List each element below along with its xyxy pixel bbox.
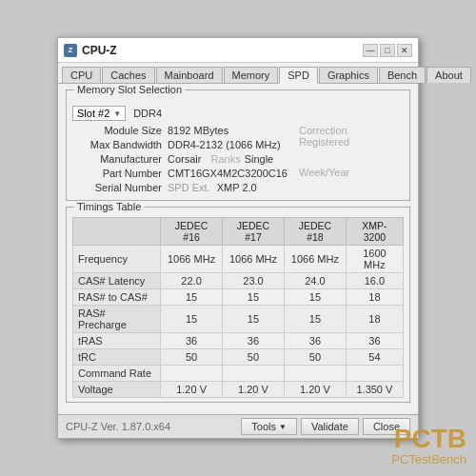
minimize-button[interactable]: — — [363, 44, 378, 57]
timing-value — [223, 366, 285, 382]
tab-caches[interactable]: Caches — [102, 67, 154, 83]
col-header-jedec17: JEDEC #17 — [223, 218, 285, 246]
module-size-row: Module Size 8192 MBytes — [72, 125, 289, 136]
spd-ext-label: SPD Ext. — [168, 182, 210, 193]
timing-value: 50 — [284, 349, 346, 366]
tab-graphics[interactable]: Graphics — [319, 67, 378, 83]
part-number-label: Part Number — [72, 168, 168, 179]
timing-label: tRAS — [73, 333, 161, 349]
validate-button[interactable]: Validate — [301, 418, 359, 435]
timings-header-row: JEDEC #16 JEDEC #17 JEDEC #18 XMP-3200 — [73, 218, 404, 246]
timing-value: 36 — [223, 333, 285, 349]
manufacturer-row: Manufacturer Corsair Ranks Single — [72, 153, 289, 165]
timing-value: 22.0 — [161, 273, 223, 289]
serial-number-row: Serial Number SPD Ext. XMP 2.0 — [72, 182, 289, 193]
timing-value: 15 — [223, 289, 285, 306]
timing-label: RAS# to CAS# — [73, 289, 161, 306]
timing-value: 36 — [346, 333, 403, 349]
close-window-button[interactable]: ✕ — [397, 44, 412, 57]
timing-value: 23.0 — [223, 273, 285, 289]
timing-value: 24.0 — [284, 273, 346, 289]
timing-value: 1.20 V — [161, 382, 223, 398]
tools-button[interactable]: Tools ▼ — [241, 418, 297, 435]
tab-about[interactable]: About — [426, 67, 471, 83]
titlebar: Z CPU-Z — □ ✕ — [58, 38, 418, 63]
timing-label: tRC — [73, 349, 161, 366]
module-info: Module Size 8192 MBytes Max Bandwidth DD… — [72, 125, 404, 196]
timing-value — [161, 366, 223, 382]
ranks-value: Single — [245, 153, 274, 165]
timing-value: 15 — [284, 289, 346, 306]
serial-number-value: SPD Ext. XMP 2.0 — [168, 182, 257, 193]
window-controls: — □ ✕ — [363, 44, 412, 57]
cpu-z-window: Z CPU-Z — □ ✕ CPU Caches Mainboard Memor… — [57, 37, 419, 439]
timing-label: Voltage — [73, 382, 161, 398]
manufacturer-label: Manufacturer — [72, 153, 168, 165]
timing-value: 1600 MHz — [346, 246, 403, 273]
timing-value: 1.20 V — [223, 382, 285, 398]
table-row: Frequency1066 MHz1066 MHz1066 MHz1600 MH… — [73, 246, 404, 273]
version-label: CPU-Z Ver. 1.87.0.x64 — [66, 421, 170, 432]
week-year-row: Week/Year — [299, 167, 404, 178]
tab-mainboard[interactable]: Mainboard — [156, 67, 223, 83]
timing-value: 54 — [346, 349, 403, 366]
table-row: Voltage1.20 V1.20 V1.20 V1.350 V — [73, 382, 404, 398]
part-number-row: Part Number CMT16GX4M2C3200C16 — [72, 168, 289, 179]
tab-cpu[interactable]: CPU — [62, 67, 101, 83]
col-header-xmp3200: XMP-3200 — [346, 218, 403, 246]
maximize-button[interactable]: □ — [380, 44, 395, 57]
manufacturer-value: Corsair — [168, 153, 201, 165]
slot-row: Slot #2 ▼ DDR4 — [72, 106, 404, 121]
timings-section: Timings Table JEDEC #16 JEDEC #17 JEDEC … — [66, 207, 410, 403]
table-row: tRAS36363636 — [73, 333, 404, 349]
max-bandwidth-row: Max Bandwidth DDR4-2132 (1066 MHz) — [72, 139, 289, 150]
timing-value: 1066 MHz — [223, 246, 285, 273]
timing-value: 15 — [161, 289, 223, 306]
timing-value: 15 — [223, 306, 285, 333]
timing-value: 1.20 V — [284, 382, 346, 398]
timing-value: 36 — [161, 333, 223, 349]
table-row: Command Rate — [73, 366, 404, 382]
table-row: RAS# to CAS#15151518 — [73, 289, 404, 306]
timing-label: Frequency — [73, 246, 161, 273]
correction-label: Correction — [299, 125, 347, 136]
col-header-jedec18: JEDEC #18 — [284, 218, 346, 246]
left-module-info: Module Size 8192 MBytes Max Bandwidth DD… — [72, 125, 289, 196]
timing-value: 36 — [284, 333, 346, 349]
tab-spd[interactable]: SPD — [279, 67, 318, 84]
slot-dropdown[interactable]: Slot #2 ▼ — [72, 106, 126, 121]
watermark-line2: PCTestBench — [391, 452, 466, 466]
timing-value: 1066 MHz — [284, 246, 346, 273]
right-module-info: Correction Registered Week/Year — [299, 125, 404, 196]
statusbar-buttons: Tools ▼ Validate Close — [241, 418, 410, 435]
window-title: CPU-Z — [82, 44, 363, 57]
timing-value: 1066 MHz — [161, 246, 223, 273]
dropdown-arrow-icon: ▼ — [113, 109, 121, 118]
table-row: CAS# Latency22.023.024.016.0 — [73, 273, 404, 289]
timing-label: CAS# Latency — [73, 273, 161, 289]
tab-memory[interactable]: Memory — [224, 67, 279, 83]
close-button[interactable]: Close — [363, 418, 410, 435]
col-header-jedec16: JEDEC #16 — [161, 218, 223, 246]
timing-value: 18 — [346, 306, 403, 333]
slot-type: DDR4 — [133, 108, 162, 119]
module-size-label: Module Size — [72, 125, 168, 136]
main-content: Memory Slot Selection Slot #2 ▼ DDR4 Mod… — [58, 84, 418, 414]
max-bandwidth-label: Max Bandwidth — [72, 139, 168, 150]
memory-slot-section: Memory Slot Selection Slot #2 ▼ DDR4 Mod… — [66, 89, 410, 201]
week-year-label: Week/Year — [299, 167, 349, 178]
tab-bar: CPU Caches Mainboard Memory SPD Graphics… — [58, 63, 418, 84]
max-bandwidth-value: DDR4-2132 (1066 MHz) — [168, 139, 281, 150]
col-header-label — [73, 218, 161, 246]
timing-label: RAS# Precharge — [73, 306, 161, 333]
timing-value: 18 — [346, 289, 403, 306]
timings-table: JEDEC #16 JEDEC #17 JEDEC #18 XMP-3200 F… — [72, 217, 404, 398]
part-number-value: CMT16GX4M2C3200C16 — [168, 168, 288, 179]
timings-section-title: Timings Table — [74, 201, 144, 212]
serial-number-label: Serial Number — [72, 182, 168, 193]
tools-dropdown-arrow-icon: ▼ — [279, 423, 287, 431]
table-row: RAS# Precharge15151518 — [73, 306, 404, 333]
slot-value: Slot #2 — [77, 108, 109, 119]
timing-value: 50 — [223, 349, 285, 366]
tab-bench[interactable]: Bench — [379, 67, 426, 83]
